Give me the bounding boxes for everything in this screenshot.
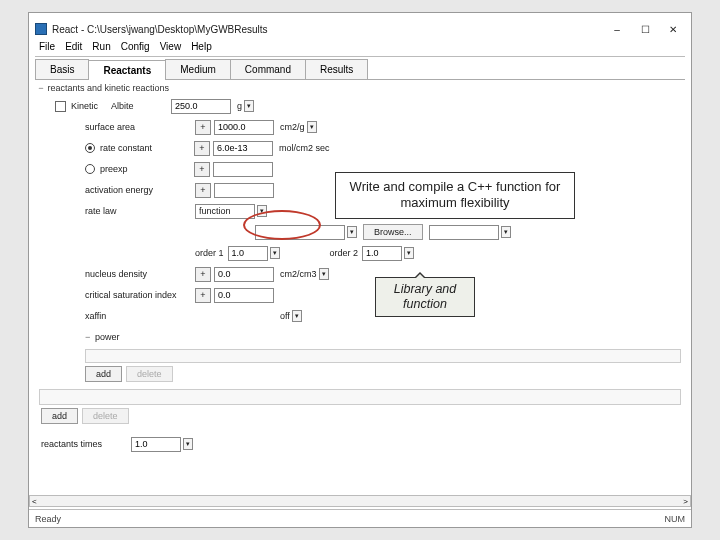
rate-constant-radio[interactable] <box>85 143 95 153</box>
titlebar: React - C:\Users\jwang\Desktop\MyGWBResu… <box>35 19 685 39</box>
power-label: power <box>95 332 195 342</box>
crit-sat-label: critical saturation index <box>85 290 195 300</box>
horizontal-scrollbar[interactable]: < > <box>29 495 691 507</box>
rate-constant-input[interactable] <box>213 141 273 156</box>
preexp-plus[interactable]: + <box>194 162 210 177</box>
power-list-1[interactable] <box>85 349 681 363</box>
menu-view[interactable]: View <box>160 41 182 52</box>
order1-label: order 1 <box>195 248 224 258</box>
menu-file[interactable]: File <box>39 41 55 52</box>
activation-energy-label: activation energy <box>85 185 195 195</box>
menu-help[interactable]: Help <box>191 41 212 52</box>
surface-area-label: surface area <box>85 122 195 132</box>
rate-law-label: rate law <box>85 206 195 216</box>
section-title: reactants and kinetic reactions <box>48 83 170 93</box>
xaffin-dd[interactable]: ▾ <box>292 310 302 322</box>
order2-label: order 2 <box>330 248 359 258</box>
row-nucleus-density: nucleus density + cm2/cm3 ▾ <box>35 265 685 283</box>
menu-edit[interactable]: Edit <box>65 41 82 52</box>
maximize-button[interactable]: ☐ <box>633 21 657 37</box>
crit-sat-input[interactable] <box>214 288 274 303</box>
kinetic-checkbox[interactable] <box>55 101 66 112</box>
surface-area-input[interactable] <box>214 120 274 135</box>
menu-config[interactable]: Config <box>121 41 150 52</box>
scroll-right-icon[interactable]: > <box>683 497 688 506</box>
order1-dd[interactable]: ▾ <box>270 247 280 259</box>
window-title: React - C:\Users\jwang\Desktop\MyGWBResu… <box>52 24 601 35</box>
reactants-times-label: reactants times <box>41 439 131 449</box>
annotation-callout-library: Library and function <box>375 277 475 317</box>
power-delete-button: delete <box>126 366 173 382</box>
activation-energy-plus[interactable]: + <box>195 183 211 198</box>
row-rate-constant: rate constant + mol/cm2 sec <box>35 139 685 157</box>
rate-constant-plus[interactable]: + <box>194 141 210 156</box>
surface-area-plus[interactable]: + <box>195 120 211 135</box>
row-kinetic: Kinetic Albite g ▾ <box>35 97 685 115</box>
menu-run[interactable]: Run <box>92 41 110 52</box>
activation-energy-input[interactable] <box>214 183 274 198</box>
tab-strip: Basis Reactants Medium Command Results <box>35 59 685 80</box>
rate-constant-label: rate constant <box>100 143 194 153</box>
menu-bar: File Edit Run Config View Help <box>35 39 685 57</box>
order2-input[interactable] <box>362 246 402 261</box>
preexp-label: preexp <box>100 164 194 174</box>
reactants-buttons-row: add delete <box>35 407 685 425</box>
rate-constant-unit: mol/cm2 sec <box>279 143 330 153</box>
kinetic-mineral: Albite <box>111 101 171 111</box>
row-xaffin: xaffin off ▾ <box>35 307 685 325</box>
reactant-list[interactable] <box>39 389 681 405</box>
row-orders: order 1 ▾ order 2 ▾ <box>35 244 685 262</box>
scroll-left-icon[interactable]: < <box>32 497 37 506</box>
reactants-times-input[interactable] <box>131 437 181 452</box>
app-window: React - C:\Users\jwang\Desktop\MyGWBResu… <box>28 12 692 528</box>
power-buttons-row: add delete <box>35 365 685 383</box>
tab-reactants[interactable]: Reactants <box>88 60 166 80</box>
rate-law-value[interactable]: function <box>195 204 255 219</box>
xaffin-label: xaffin <box>85 311 195 321</box>
status-ready: Ready <box>35 514 61 524</box>
reactants-delete-button: delete <box>82 408 129 424</box>
function-input[interactable] <box>429 225 499 240</box>
close-button[interactable]: ✕ <box>661 21 685 37</box>
status-bar: Ready NUM <box>29 509 691 527</box>
nucleus-density-unit: cm2/cm3 <box>280 269 317 279</box>
nucleus-density-input[interactable] <box>214 267 274 282</box>
tab-basis[interactable]: Basis <box>35 59 89 79</box>
order2-dd[interactable]: ▾ <box>404 247 414 259</box>
library-input[interactable] <box>255 225 345 240</box>
nucleus-density-dd[interactable]: ▾ <box>319 268 329 280</box>
kinetic-label: Kinetic <box>71 101 111 111</box>
surface-area-dd[interactable]: ▾ <box>307 121 317 133</box>
row-crit-sat: critical saturation index + <box>35 286 685 304</box>
section-header: − reactants and kinetic reactions <box>35 80 685 97</box>
nucleus-density-plus[interactable]: + <box>195 267 211 282</box>
power-collapse-icon[interactable]: − <box>85 332 95 342</box>
function-dd[interactable]: ▾ <box>501 226 511 238</box>
collapse-icon[interactable]: − <box>37 83 45 93</box>
xaffin-value: off <box>280 311 290 321</box>
reactants-add-button[interactable]: add <box>41 408 78 424</box>
tab-results[interactable]: Results <box>305 59 368 79</box>
browse-button[interactable]: Browse... <box>363 224 423 240</box>
preexp-input[interactable] <box>213 162 273 177</box>
kinetic-amount-input[interactable] <box>171 99 231 114</box>
order1-input[interactable] <box>228 246 268 261</box>
app-icon <box>35 23 47 35</box>
preexp-radio[interactable] <box>85 164 95 174</box>
minimize-button[interactable]: – <box>605 21 629 37</box>
row-reactants-times: reactants times ▾ <box>35 435 685 453</box>
library-dd[interactable]: ▾ <box>347 226 357 238</box>
tab-command[interactable]: Command <box>230 59 306 79</box>
row-power: − power <box>35 328 685 346</box>
tab-medium[interactable]: Medium <box>165 59 231 79</box>
power-add-button[interactable]: add <box>85 366 122 382</box>
status-num: NUM <box>665 514 686 524</box>
rate-law-dd[interactable]: ▾ <box>257 205 267 217</box>
kinetic-unit: g <box>237 101 242 111</box>
kinetic-unit-dd[interactable]: ▾ <box>244 100 254 112</box>
reactants-panel: Kinetic Albite g ▾ surface area + cm2/g … <box>35 97 685 453</box>
nucleus-density-label: nucleus density <box>85 269 195 279</box>
crit-sat-plus[interactable]: + <box>195 288 211 303</box>
reactants-times-dd[interactable]: ▾ <box>183 438 193 450</box>
surface-area-unit: cm2/g <box>280 122 305 132</box>
